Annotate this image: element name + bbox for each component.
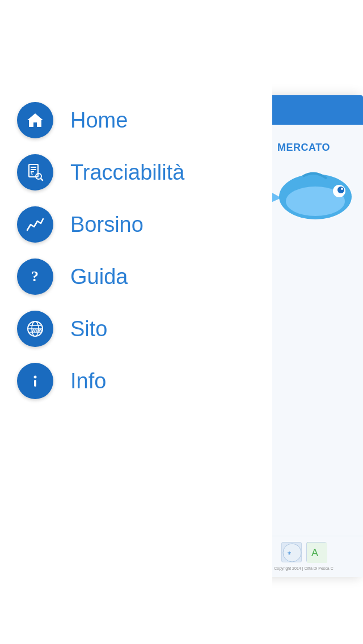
menu-label-info: Info xyxy=(70,369,106,393)
menu-label-sito: Sito xyxy=(70,317,107,341)
mercato-title: MERCATO xyxy=(277,142,330,154)
menu-panel: Home € Tracciabilità Borsino xyxy=(0,0,272,644)
menu-label-home: Home xyxy=(70,108,128,133)
svg-text:€: € xyxy=(31,171,33,176)
document-search-icon: € xyxy=(17,154,53,190)
svg-text:www: www xyxy=(31,328,43,333)
svg-text:?: ? xyxy=(31,268,39,285)
svg-point-25 xyxy=(337,187,344,193)
svg-text:⚜: ⚜ xyxy=(287,550,292,556)
svg-point-27 xyxy=(283,544,301,562)
region-logo-badge: A xyxy=(306,542,327,562)
menu-item-home[interactable]: Home xyxy=(17,102,272,138)
svg-point-26 xyxy=(341,188,343,190)
svg-rect-16 xyxy=(34,380,36,387)
svg-line-5 xyxy=(41,179,43,180)
menu-label-tracciabilita: Tracciabilità xyxy=(70,160,184,185)
menu-label-borsino: Borsino xyxy=(70,213,143,237)
svg-text:A: A xyxy=(311,547,318,558)
city-logo-badge: ⚜ xyxy=(281,542,302,562)
question-icon: ? xyxy=(17,259,53,295)
home-icon xyxy=(17,102,53,138)
svg-point-15 xyxy=(34,376,37,379)
menu-item-guida[interactable]: ? Guida xyxy=(17,259,272,295)
info-icon xyxy=(17,363,53,399)
menu-item-tracciabilita[interactable]: € Tracciabilità xyxy=(17,154,272,190)
menu-item-info[interactable]: Info xyxy=(17,363,272,399)
globe-icon: www xyxy=(17,311,53,347)
menu-item-borsino[interactable]: Borsino xyxy=(17,206,272,243)
menu-label-guida: Guida xyxy=(70,265,128,289)
menu-item-sito[interactable]: www Sito xyxy=(17,311,272,347)
chart-icon xyxy=(17,206,53,243)
